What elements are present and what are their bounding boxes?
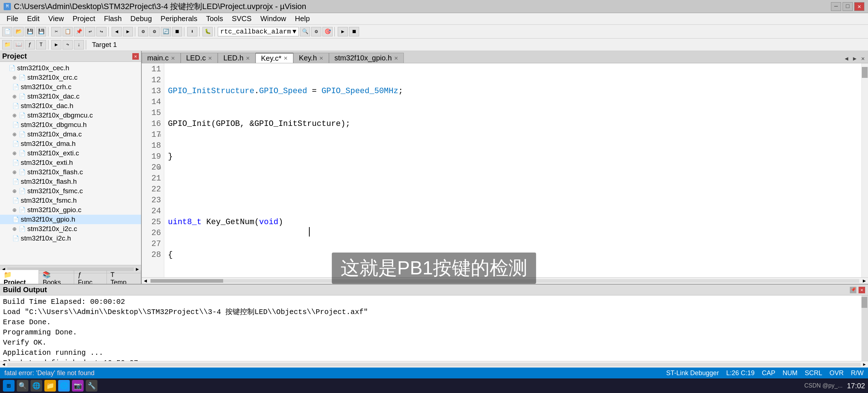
task-view-button[interactable]: 🌐: [31, 380, 42, 392]
step-into-icon[interactable]: ↓: [74, 40, 84, 49]
tree-item[interactable]: 📄 stm32f10x_dbgmcu.h: [0, 120, 141, 130]
project-tree[interactable]: 📄 stm32f10x_cec.h ⊕ 📄 stm32f10x_crc.c 📄 …: [0, 62, 141, 265]
close-tab-icon[interactable]: ✕: [208, 55, 212, 61]
tree-item[interactable]: ⊕ 📄 stm32f10x_dac.c: [0, 92, 141, 101]
new-file-icon[interactable]: 📄: [2, 27, 12, 36]
horizontal-scrollbar[interactable]: ◀ ▶: [142, 277, 868, 284]
close-tab-icon[interactable]: ✕: [171, 55, 175, 61]
build-vscroll-thumb[interactable]: [861, 297, 867, 308]
func-icon[interactable]: ƒ: [25, 40, 35, 49]
proj-icon[interactable]: 📁: [2, 40, 12, 49]
tab-led-h[interactable]: LED.h ✕: [218, 53, 256, 63]
tree-item[interactable]: ⊕ 📄 stm32f10x_i2c.c: [0, 224, 141, 234]
cut-icon[interactable]: ✂: [51, 27, 61, 36]
debug-icon[interactable]: 🐛: [202, 27, 213, 36]
rebuild-icon[interactable]: 🔄: [161, 27, 171, 36]
target-options-icon[interactable]: 🎯: [322, 27, 333, 36]
maximize-button[interactable]: □: [843, 2, 853, 11]
menu-edit[interactable]: Edit: [23, 14, 43, 24]
bottom-tab-funcs[interactable]: ƒ Func...: [74, 270, 107, 284]
tree-item[interactable]: 📄 stm32f10x_fsmc.h: [0, 196, 141, 205]
open-icon[interactable]: 📂: [13, 27, 24, 36]
tree-item[interactable]: ⊕ 📄 stm32f10x_crc.c: [0, 73, 141, 82]
scroll-left-btn[interactable]: ◀: [142, 278, 149, 284]
tab-gpio-h[interactable]: stm32f10x_gpio.h ✕: [329, 53, 404, 63]
tree-item[interactable]: 📄 stm32f10x_crh.c: [0, 82, 141, 92]
menu-tools[interactable]: Tools: [202, 14, 227, 24]
stop-icon[interactable]: ⏹: [349, 27, 359, 36]
build-all-icon[interactable]: ⚙: [149, 27, 160, 36]
close-tab-icon[interactable]: ✕: [394, 55, 398, 61]
tab-led-c[interactable]: LED.c ✕: [181, 53, 218, 63]
tools-button[interactable]: 🔧: [86, 380, 97, 392]
undo-icon[interactable]: ↩: [85, 27, 95, 36]
download-icon[interactable]: ⬇: [187, 27, 197, 36]
tab-main-c[interactable]: main.c ✕: [142, 53, 181, 63]
photos-button[interactable]: 📷: [72, 380, 84, 392]
pin-icon[interactable]: 📌: [850, 287, 856, 293]
function-dropdown[interactable]: rtc_callback_alarm ▼: [218, 27, 299, 36]
vscroll-thumb[interactable]: [862, 67, 868, 78]
tree-item[interactable]: ⊕ 📄 stm32f10x_dbgmcu.c: [0, 111, 141, 120]
menu-window[interactable]: Window: [257, 14, 290, 24]
bottom-tab-books[interactable]: 📚 Books: [39, 270, 74, 284]
bottom-tab-project[interactable]: 📁 Project: [0, 270, 39, 284]
menu-debug[interactable]: Debug: [127, 14, 156, 24]
file-explorer-button[interactable]: 📁: [44, 380, 56, 392]
copy-icon[interactable]: 📋: [63, 27, 73, 36]
forward-icon[interactable]: ▶: [123, 27, 133, 36]
stop-build-icon[interactable]: ⏹: [172, 27, 182, 36]
build-h-scrollbar[interactable]: ◀ ▶: [0, 361, 868, 368]
bottom-tab-temp[interactable]: T Temp...: [107, 270, 141, 284]
h-scroll-thumb[interactable]: [150, 279, 223, 283]
menu-peripherals[interactable]: Peripherals: [157, 14, 201, 24]
menu-flash[interactable]: Flash: [100, 14, 125, 24]
tree-item[interactable]: 📄 stm32f10x_dma.h: [0, 139, 141, 148]
tab-nav-left[interactable]: ◀: [843, 54, 850, 63]
step-over-icon[interactable]: ↷: [63, 40, 73, 49]
minimize-button[interactable]: ─: [831, 2, 841, 11]
build-close-button[interactable]: ✕: [859, 287, 865, 293]
tab-key-h[interactable]: Key.h ✕: [293, 53, 329, 63]
tree-item[interactable]: 📄 stm32f10x_dac.h: [0, 101, 141, 111]
save-all-icon[interactable]: 💾: [36, 27, 46, 36]
tmpl-icon[interactable]: T: [36, 40, 46, 49]
build-vscrollbar[interactable]: [861, 295, 868, 361]
search-icon[interactable]: 🔍: [300, 27, 310, 36]
tree-item[interactable]: ⊕ 📄 stm32f10x_fsmc.c: [0, 186, 141, 196]
back-icon[interactable]: ◀: [112, 27, 122, 36]
redo-icon[interactable]: ↪: [96, 27, 107, 36]
run2-icon[interactable]: ▶: [51, 40, 61, 49]
menu-view[interactable]: View: [45, 14, 68, 24]
close-button[interactable]: ✕: [854, 2, 864, 11]
build-scroll-right[interactable]: ▶: [861, 362, 868, 367]
start-button[interactable]: ⊞: [3, 380, 15, 392]
sidebar-close-button[interactable]: ✕: [132, 53, 139, 60]
tree-item[interactable]: 📄 stm32f10x_exti.h: [0, 158, 141, 167]
tree-item[interactable]: 📄 stm32f10x_cec.h: [0, 63, 141, 73]
save-icon[interactable]: 💾: [25, 27, 35, 36]
menu-project[interactable]: Project: [69, 14, 99, 24]
tree-item[interactable]: 📄 stm32f10x_flash.h: [0, 177, 141, 186]
close-tab-icon[interactable]: ✕: [246, 55, 250, 61]
paste-icon[interactable]: 📌: [74, 27, 84, 36]
close-tab-icon[interactable]: ✕: [319, 55, 324, 61]
menu-help[interactable]: Help: [291, 14, 313, 24]
editor-vscrollbar[interactable]: [861, 63, 868, 277]
scroll-right-btn[interactable]: ▶: [861, 278, 868, 284]
code-text[interactable]: GPIO_InitStructure.GPIO_Speed = GPIO_Spe…: [164, 63, 861, 277]
tab-nav-close[interactable]: ✕: [859, 54, 867, 63]
build-icon[interactable]: ⚙: [138, 27, 148, 36]
browser-button[interactable]: 🌐: [58, 380, 70, 392]
tree-item[interactable]: ⊕ 📄 stm32f10x_flash.c: [0, 167, 141, 177]
search-button[interactable]: 🔍: [17, 380, 28, 392]
settings-icon[interactable]: ⚙: [311, 27, 321, 36]
tree-item[interactable]: ⊕ 📄 stm32f10x_exti.c: [0, 148, 141, 158]
tree-item[interactable]: ⊕ 📄 stm32f10x_dma.c: [0, 130, 141, 139]
menu-svcs[interactable]: SVCS: [228, 14, 255, 24]
build-scroll-left[interactable]: ◀: [0, 362, 7, 367]
menu-file[interactable]: File: [3, 14, 22, 24]
tree-item[interactable]: 📄 stm32f10x_i2c.h: [0, 234, 141, 243]
run-icon[interactable]: ▶: [338, 27, 348, 36]
tree-item[interactable]: 📄 stm32f10x_gpio.h: [0, 215, 141, 224]
